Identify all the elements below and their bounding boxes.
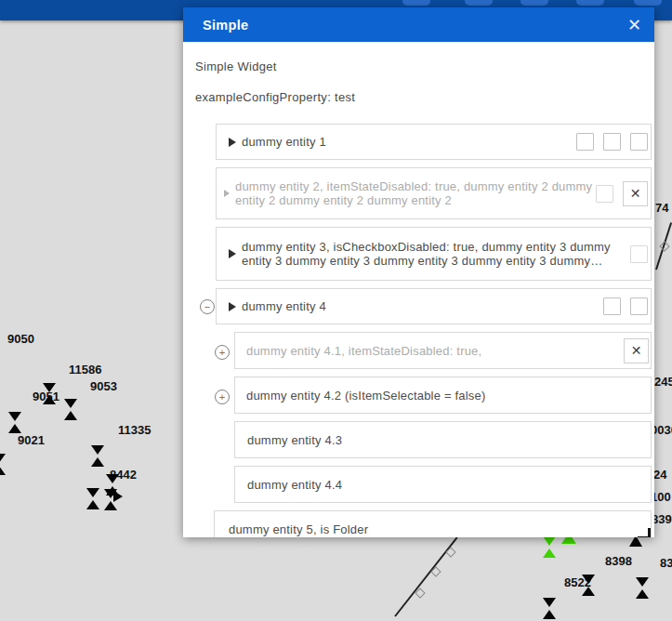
map-label: 74 [655, 201, 668, 215]
expand-arrow-icon[interactable] [229, 302, 236, 311]
well-symbol-icon [113, 491, 123, 502]
tree-item-label: dummy entity 4.4 [247, 478, 651, 492]
map-label: 9050 [7, 332, 34, 346]
topbar-tab[interactable] [465, 0, 493, 6]
map-label: 11335 [118, 423, 151, 437]
topbar-tab[interactable] [520, 0, 548, 6]
remove-button[interactable]: ✕ [624, 338, 649, 363]
tree-item-label: dummy entity 2, itemStateDisabled: true,… [235, 179, 596, 207]
topbar-tab[interactable] [634, 0, 662, 6]
tree-item-label: dummy entity 4.3 [247, 433, 651, 447]
tree-item-label: dummy entity 3, isCheckboxDisabled: true… [242, 240, 630, 268]
screen: 9050 11586 9053 9051 9021 11335 8442 839… [0, 0, 672, 621]
well-symbol-icon [91, 445, 104, 467]
tree-item-dummy-entity-4-2[interactable]: dummy entity 4.2 (isItemSelectable = fal… [234, 377, 652, 414]
well-symbol-icon [43, 383, 56, 404]
checkbox[interactable] [603, 133, 621, 151]
tree-item-dummy-entity-3[interactable]: dummy entity 3, isCheckboxDisabled: true… [216, 227, 652, 281]
panel-header: Simple ✕ [183, 7, 654, 42]
map-label: 9053 [90, 379, 117, 393]
config-property-text: exampleConfigProperty: test [195, 90, 355, 104]
expand-arrow-icon[interactable] [224, 190, 230, 197]
map-label: 24 [653, 468, 666, 482]
checkbox[interactable] [576, 133, 594, 151]
well-symbol-icon [582, 575, 595, 596]
simple-widget-panel: Simple ✕ Simple Widget exampleConfigProp… [183, 7, 654, 537]
expand-arrow-icon[interactable] [229, 249, 236, 258]
checkbox [630, 245, 648, 263]
tree-item-dummy-entity-5[interactable]: dummy entity 5, is Folder [214, 510, 652, 537]
well-symbol-green-icon [543, 536, 556, 558]
map-label: 11586 [69, 363, 101, 377]
topbar-tab[interactable] [402, 0, 430, 6]
checkbox[interactable] [630, 297, 648, 315]
tree-item-dummy-entity-4[interactable]: dummy entity 4 [216, 288, 652, 324]
tree-item-label: dummy entity 4.1, itemStateDisabled: tru… [246, 344, 624, 358]
tree-item-dummy-entity-4-3[interactable]: dummy entity 4.3 [234, 421, 652, 458]
panel-title: Simple [203, 18, 248, 33]
well-symbol-icon [86, 488, 99, 509]
expand-arrow-icon[interactable] [229, 138, 236, 147]
expand-circle-icon[interactable]: + [215, 390, 230, 404]
map-label: 9021 [18, 433, 45, 447]
close-icon[interactable]: ✕ [627, 7, 641, 42]
well-symbol-icon [543, 598, 556, 619]
tree-item-dummy-entity-2[interactable]: dummy entity 2, itemStateDisabled: true,… [216, 167, 652, 219]
well-symbol-icon [64, 399, 77, 420]
checkbox [596, 185, 613, 203]
widget-subtitle: Simple Widget [195, 59, 277, 73]
tree-item-label: dummy entity 4.2 (isItemSelectable = fal… [246, 389, 651, 403]
tree-item-dummy-entity-4-4[interactable]: dummy entity 4.4 [234, 466, 652, 503]
expand-circle-icon[interactable]: + [215, 345, 230, 360]
topbar-tab[interactable] [576, 0, 604, 6]
tree-item-dummy-entity-1[interactable]: dummy entity 1 [216, 124, 652, 160]
tree-item-dummy-entity-4-1[interactable]: dummy entity 4.1, itemStateDisabled: tru… [234, 332, 652, 369]
map-label: 8398 [605, 554, 632, 568]
well-symbol-icon [0, 454, 6, 475]
corner-mark-icon [638, 528, 651, 537]
checkbox[interactable] [603, 297, 621, 315]
well-symbol-icon [636, 577, 649, 599]
checkbox[interactable] [630, 133, 648, 151]
collapse-circle-icon[interactable]: − [200, 299, 215, 314]
map-label: 83 [660, 556, 672, 570]
tree-item-label: dummy entity 5, is Folder [229, 522, 651, 536]
remove-button[interactable]: ✕ [623, 181, 648, 206]
well-symbol-icon [8, 412, 21, 433]
tree-item-label: dummy entity 1 [242, 135, 576, 149]
map-label: 245 [654, 375, 672, 389]
tree-item-label: dummy entity 4 [242, 299, 603, 313]
map-label: 839 [652, 512, 672, 526]
